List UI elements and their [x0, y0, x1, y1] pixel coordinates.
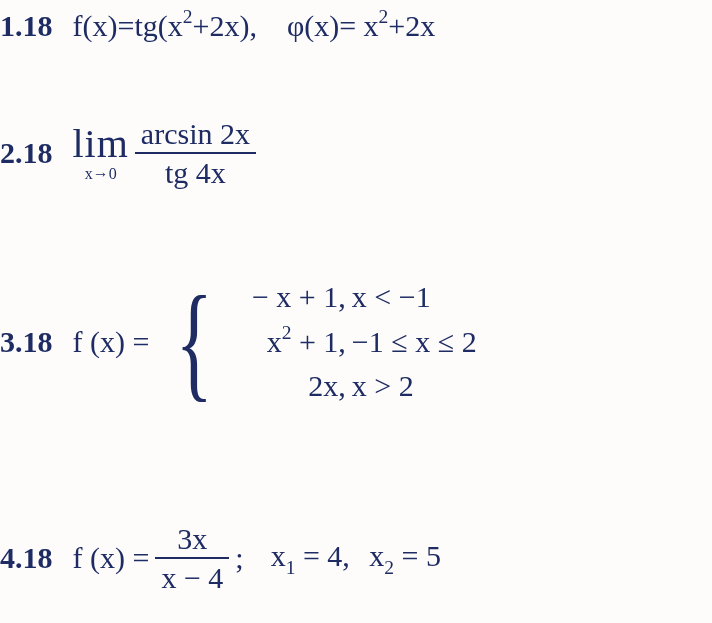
problem-number: 1.18 — [0, 9, 53, 43]
p3-lhs: f (x) = — [73, 325, 150, 359]
p1-sup1: 2 — [183, 6, 193, 27]
case1-cond: x < −1 — [352, 280, 431, 314]
case3-cond: x > 2 — [352, 369, 414, 403]
x1-a: x — [271, 539, 286, 572]
lim-word: lim — [73, 124, 129, 164]
cases: − x + 1, x < −1 x2 + 1, −1 ≤ x ≤ 2 2x, x… — [216, 280, 477, 403]
lim-sub: x→0 — [85, 166, 117, 182]
x2: x2 = 5 — [369, 539, 441, 578]
p2-frac-num: arcsin 2x — [135, 115, 256, 152]
case-3: 2x, x > 2 — [216, 369, 477, 403]
problem-4: 4.18 f (x) = 3x x − 4 ; x1 = 4, x2 = 5 — [0, 520, 441, 596]
piecewise: { − x + 1, x < −1 x2 + 1, −1 ≤ x ≤ 2 2x,… — [169, 280, 476, 403]
p2-fraction: arcsin 2x tg 4x — [135, 115, 256, 191]
x2-a: x — [369, 539, 384, 572]
x1-sub: 1 — [286, 557, 296, 578]
case2-b: + 1, — [291, 325, 345, 358]
problem-number: 3.18 — [0, 325, 53, 359]
p4-frac-num: 3x — [171, 520, 213, 557]
p4-expression: f (x) = 3x x − 4 ; x1 = 4, x2 = 5 — [73, 520, 442, 596]
p1-phi: φ(x)= x — [287, 9, 379, 42]
p1-fx: f(x)=tg(x — [73, 9, 183, 42]
p2-frac-den: tg 4x — [159, 154, 232, 191]
case2-sup: 2 — [282, 322, 292, 343]
case2-a: x — [267, 325, 282, 358]
problem-1: 1.18 f(x)=tg(x2+2x), φ(x)= x2+2x — [0, 8, 435, 43]
problem-2: 2.18 lim x→0 arcsin 2x tg 4x — [0, 115, 256, 191]
p2-expression: lim x→0 arcsin 2x tg 4x — [73, 115, 256, 191]
case1-expr: − x + 1, — [216, 280, 346, 314]
x1: x1 = 4, — [271, 539, 350, 578]
case2-cond: −1 ≤ x ≤ 2 — [352, 325, 477, 359]
problem-3: 3.18 f (x) = { − x + 1, x < −1 x2 + 1, −… — [0, 280, 477, 403]
p1-expression: f(x)=tg(x2+2x), φ(x)= x2+2x — [73, 8, 436, 43]
p1-tail: +2x — [388, 9, 435, 42]
case-2: x2 + 1, −1 ≤ x ≤ 2 — [216, 324, 477, 359]
case2-expr: x2 + 1, — [216, 324, 346, 359]
left-brace-icon: { — [176, 293, 213, 391]
x1-b: = 4, — [295, 539, 349, 572]
p4-fraction: 3x x − 4 — [155, 520, 229, 596]
problem-number: 4.18 — [0, 541, 53, 575]
case-1: − x + 1, x < −1 — [216, 280, 477, 314]
limit-operator: lim x→0 — [73, 124, 129, 182]
p4-frac-den: x − 4 — [155, 559, 229, 596]
x2-b: = 5 — [394, 539, 441, 572]
semicolon: ; — [235, 541, 243, 575]
case3-expr: 2x, — [216, 369, 346, 403]
x2-sub: 2 — [384, 557, 394, 578]
p4-lhs: f (x) = — [73, 541, 150, 575]
p1-sup2: 2 — [379, 6, 389, 27]
p1-mid: +2x), — [192, 9, 256, 42]
problem-number: 2.18 — [0, 136, 53, 170]
